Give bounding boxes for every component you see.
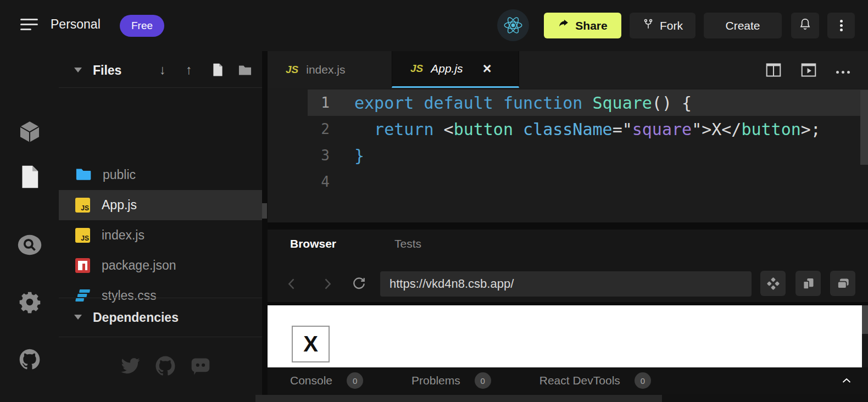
count-badge: 0 <box>347 372 363 389</box>
code-editor[interactable]: 1 export default function Square() { 2 r… <box>268 88 868 222</box>
file-explorer: Files ↓ ↑ public JS App.js JS index.js p… <box>59 51 262 402</box>
code-line: 3 } <box>268 142 868 169</box>
workspace-name[interactable]: Personal <box>51 17 101 32</box>
code-text: } <box>354 146 364 165</box>
console-tab[interactable]: Console 0 <box>290 372 363 389</box>
share-arrow-icon <box>558 18 570 33</box>
chevron-down-icon <box>74 315 82 320</box>
file-name: package.json <box>102 258 176 273</box>
chevron-down-icon <box>74 68 82 72</box>
plan-badge: Free <box>120 15 164 37</box>
file-row-public[interactable]: public <box>59 160 262 190</box>
bell-icon <box>798 17 812 34</box>
export-icon[interactable]: ↑ <box>186 62 192 77</box>
javascript-glyph-icon: JS <box>286 64 298 76</box>
javascript-file-icon: JS <box>75 198 90 213</box>
main-column: JS index.js JS App.js × 1 export default… <box>268 51 868 402</box>
github-icon[interactable] <box>154 354 177 379</box>
fork-label: Fork <box>660 19 683 32</box>
code-line: 2 return <button className="square">X</b… <box>268 116 868 142</box>
preview-actions-icon[interactable] <box>760 271 786 296</box>
kebab-menu-icon <box>827 20 855 31</box>
refresh-icon[interactable] <box>351 276 367 294</box>
open-in-new-window-icon[interactable] <box>830 271 855 296</box>
menu-icon[interactable] <box>20 19 38 34</box>
tab-browser[interactable]: Browser <box>290 237 336 250</box>
activity-bar <box>0 51 59 402</box>
console-bar: Console 0 Problems 0 React DevTools 0 <box>268 367 868 394</box>
fork-button[interactable]: Fork <box>630 13 695 38</box>
explorer-scrollbar-thumb[interactable] <box>262 203 267 219</box>
problems-tab[interactable]: Problems 0 <box>411 372 491 389</box>
code-text: return <button className="square">X</but… <box>354 120 821 139</box>
files-section-header[interactable]: Files ↓ ↑ <box>59 51 262 88</box>
share-label: Share <box>575 19 607 32</box>
new-folder-icon[interactable] <box>238 65 252 78</box>
npm-file-icon <box>75 258 90 273</box>
line-number: 3 <box>268 147 330 164</box>
line-number: 1 <box>268 94 330 111</box>
tab-tests[interactable]: Tests <box>394 237 421 250</box>
bottom-scrollbar-track <box>268 394 868 402</box>
close-tab-icon[interactable]: × <box>483 62 492 76</box>
github-icon[interactable] <box>17 347 42 372</box>
editor-tabbar: JS index.js JS App.js × <box>268 51 868 88</box>
code-text: export default function Square() { <box>354 93 692 113</box>
file-name: App.js <box>102 198 137 213</box>
notifications-button[interactable] <box>791 13 819 38</box>
new-file-icon[interactable] <box>212 63 224 79</box>
search-icon[interactable] <box>17 232 42 258</box>
back-icon[interactable] <box>284 276 299 294</box>
top-header: Personal Free Share Fork Create <box>0 0 868 51</box>
import-icon[interactable]: ↓ <box>159 62 166 77</box>
react-logo-icon <box>497 9 529 41</box>
file-row-app-js[interactable]: JS App.js <box>59 190 262 220</box>
tab-app-js[interactable]: JS App.js × <box>392 51 519 88</box>
responsive-mode-icon[interactable] <box>795 271 821 296</box>
panel-divider[interactable] <box>268 222 868 230</box>
open-preview-icon[interactable] <box>800 62 817 77</box>
count-badge: 0 <box>475 372 491 389</box>
file-row-package-json[interactable]: package.json <box>59 250 262 281</box>
share-button[interactable]: Share <box>544 13 621 38</box>
folder-icon <box>75 168 91 183</box>
file-name: index.js <box>102 228 144 243</box>
url-bar[interactable]: https://vkd4n8.csb.app/ <box>380 271 752 297</box>
line-number: 4 <box>268 174 330 190</box>
dependencies-section-header[interactable]: Dependencies <box>59 298 262 337</box>
create-button[interactable]: Create <box>704 13 782 38</box>
discord-icon[interactable] <box>189 356 212 378</box>
line-number: 2 <box>268 121 330 137</box>
file-name: public <box>103 168 136 182</box>
tab-label: App.js <box>431 62 463 75</box>
preview-pane[interactable]: X <box>268 305 868 367</box>
gear-icon[interactable] <box>17 289 42 315</box>
sandbox-box-icon[interactable] <box>17 119 42 144</box>
dependencies-header-label: Dependencies <box>93 310 179 325</box>
tab-label: index.js <box>306 63 345 76</box>
divider <box>59 337 262 337</box>
preview-scrollbar-thumb[interactable] <box>862 305 868 334</box>
forward-icon[interactable] <box>320 276 335 294</box>
files-header-label: Files <box>93 63 121 78</box>
split-editor-icon[interactable] <box>765 62 782 77</box>
code-line: 1 export default function Square() { <box>268 90 868 116</box>
square-button[interactable]: X <box>292 326 330 362</box>
file-row-index-js[interactable]: JS index.js <box>59 220 262 250</box>
chevron-up-icon[interactable] <box>842 376 852 386</box>
javascript-glyph-icon: JS <box>410 63 423 75</box>
bottom-scrollbar-thumb[interactable] <box>255 395 662 402</box>
tab-index-js[interactable]: JS index.js <box>268 51 392 88</box>
more-menu-button[interactable] <box>827 13 855 38</box>
browser-panel: Browser Tests https://vkd4n8.csb.app/ <box>268 230 868 302</box>
javascript-file-icon: JS <box>75 228 90 243</box>
files-panel-icon[interactable] <box>17 164 42 189</box>
react-devtools-tab[interactable]: React DevTools 0 <box>539 372 651 389</box>
fork-icon <box>642 18 654 34</box>
count-badge: 0 <box>635 372 651 389</box>
twitter-icon[interactable] <box>119 355 142 379</box>
create-label: Create <box>725 19 760 32</box>
editor-vertical-scrollbar[interactable] <box>860 90 868 165</box>
editor-more-icon[interactable] <box>834 64 852 80</box>
code-line: 4 <box>268 169 868 195</box>
